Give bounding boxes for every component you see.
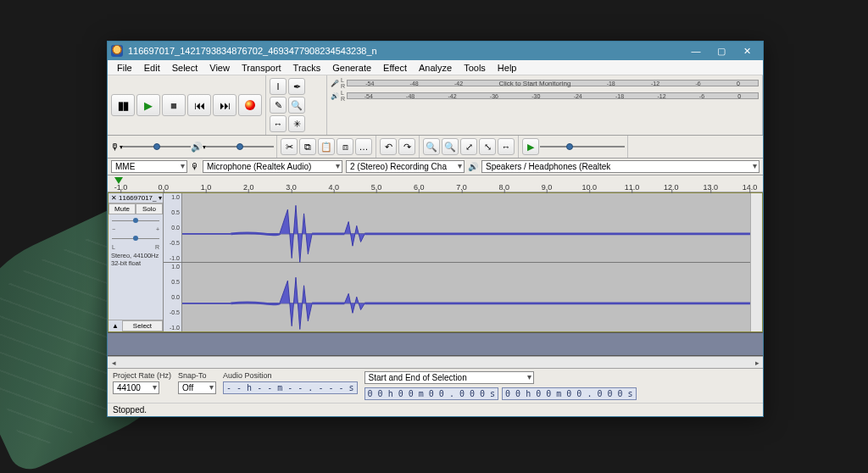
menu-transport[interactable]: Transport [236,62,287,74]
record-meter[interactable]: 🎤LR -54-48-42 Click to Start Monitoring … [327,75,763,135]
play-speed-slider[interactable] [540,141,625,153]
track-close-button[interactable]: ✕ [109,194,119,202]
track-menu-button[interactable]: ▾ [159,194,162,202]
audio-position-field[interactable]: - - h - - m - - . - - - s [223,381,358,394]
rec-volume-slider[interactable] [123,141,191,153]
tools-toolbar: I ✒ ✎ 🔍 ↔ ✳ [266,75,327,135]
menu-file[interactable]: File [111,62,138,74]
track-select-button[interactable]: Select [122,320,163,331]
timeline-ruler[interactable]: -1.00.01.02.03.04.05.06.07.08.09.010.011… [108,175,763,192]
waveform-display[interactable]: 1.00.50.0-0.5-1.0 1.00.50.0-0.5-1.0 [164,193,750,331]
menu-analyze[interactable]: Analyze [413,62,458,74]
snap-to-label: Snap-To [178,371,216,380]
snap-to-combo[interactable]: Off [178,381,216,394]
paste-button[interactable]: 📋 [318,138,335,155]
timeline-tick: 1.0 [201,183,212,192]
track-format-info: Stereo, 44100Hz32-bit float [108,250,163,269]
play-meter-scale[interactable]: -54-48-42-36-30-24-18-12-60 [347,92,759,99]
rec-meter-scale[interactable]: -54-48-42 Click to Start Monitoring -18-… [347,80,759,86]
timeline-tick: 6.0 [414,183,425,192]
amplitude-scale: 1.00.50.0-0.5-1.0 [164,263,182,331]
menubar: File Edit Select View Transport Tracks G… [108,60,763,75]
selection-tool[interactable]: I [270,78,287,95]
vertical-scrollbar[interactable] [750,193,762,331]
zoom-tool[interactable]: 🔍 [288,97,305,114]
audacity-window: 116697017_1421793834876702_4693477908234… [107,41,764,417]
channel-right[interactable]: 1.00.50.0-0.5-1.0 [164,263,750,331]
mixer-toolbar: 🎙▾ 🔊▾ [108,136,277,158]
mic-icon: 🎤 [331,80,339,87]
selection-mode-combo[interactable]: Start and End of Selection [364,371,534,384]
silence-button[interactable]: … [355,138,372,155]
toolbar-row-2: 🎙▾ 🔊▾ ✂ ⧉ 📋 ⧈ … ↶ ↷ 🔍 🔍 ⤢ ⤡ ↔ ▶ [108,136,763,159]
playatspeed-toolbar: ▶ [519,136,628,158]
selection-end-field[interactable]: 0 0 h 0 0 m 0 0 . 0 0 0 s [502,387,637,400]
record-button[interactable] [238,94,262,116]
pause-button[interactable]: ▮▮ [111,94,135,116]
trim-button[interactable]: ⧈ [337,138,353,155]
menu-select[interactable]: Select [166,62,204,74]
play-device-combo[interactable]: Speakers / Headphones (Realtek [481,160,760,173]
maximize-button[interactable]: ▢ [709,42,734,60]
channel-left[interactable]: 1.00.50.0-0.5-1.0 [164,193,750,263]
zoom-sel-button[interactable]: ⤢ [460,138,477,155]
menu-generate[interactable]: Generate [326,62,377,74]
timeline-tick: 4.0 [328,183,339,192]
solo-button[interactable]: Solo [136,203,163,214]
pan-slider[interactable] [112,234,159,242]
track-name[interactable]: 116697017_ [119,194,159,202]
menu-help[interactable]: Help [492,62,523,74]
zoom-toggle-button[interactable]: ↔ [498,138,515,155]
timeline-tick: 2.0 [243,183,254,192]
menu-view[interactable]: View [203,62,236,74]
project-rate-label: Project Rate (Hz) [113,371,171,380]
audio-host-combo[interactable]: MME [111,160,187,173]
copy-button[interactable]: ⧉ [299,138,316,155]
mute-button[interactable]: Mute [108,203,136,214]
titlebar[interactable]: 116697017_1421793834876702_4693477908234… [108,42,763,60]
empty-track-area[interactable] [108,332,763,356]
redo-button[interactable]: ↷ [398,138,415,155]
zoom-fit-button[interactable]: ⤡ [479,138,496,155]
skip-start-button[interactable]: ⏮ [187,94,211,116]
timeline-tick: 9.0 [542,183,553,192]
play-button[interactable]: ▶ [136,94,160,116]
selection-toolbar: Project Rate (Hz) 44100 Snap-To Off Audi… [108,368,763,416]
track-control-panel: ✕ 116697017_ ▾ Mute Solo −+ LR Stereo, 4… [108,193,164,331]
undo-button[interactable]: ↶ [380,138,397,155]
stop-button[interactable]: ■ [162,94,186,116]
rec-channels-combo[interactable]: 2 (Stereo) Recording Cha [346,160,465,173]
amplitude-scale: 1.00.50.0-0.5-1.0 [164,193,182,262]
menu-effect[interactable]: Effect [377,62,413,74]
zoom-out-button[interactable]: 🔍 [442,138,459,155]
collapse-button[interactable]: ▲ [108,322,122,330]
scroll-left-button[interactable]: ◂ [109,359,118,367]
cut-button[interactable]: ✂ [281,138,298,155]
play-volume-slider[interactable] [206,141,274,153]
menu-tools[interactable]: Tools [458,62,492,74]
scroll-right-button[interactable]: ▸ [753,359,761,367]
timeline-tick: 14.0 [743,183,758,192]
project-rate-combo[interactable]: 44100 [113,381,159,394]
timeline-tick: 11.0 [625,183,640,192]
skip-end-button[interactable]: ⏭ [213,94,236,116]
draw-tool[interactable]: ✎ [270,97,287,114]
menu-edit[interactable]: Edit [138,62,166,74]
horizontal-scrollbar[interactable]: ◂ ▸ [108,356,763,368]
toolbar-row-1: ▮▮ ▶ ■ ⏮ ⏭ I ✒ ✎ 🔍 ↔ ✳ 🎤LR -54-48-42 Cli… [108,75,763,136]
speaker-icon: 🔊 [191,142,203,153]
multi-tool[interactable]: ✳ [288,115,305,132]
zoom-in-button[interactable]: 🔍 [423,138,440,155]
rec-device-combo[interactable]: Microphone (Realtek Audio) [203,160,342,173]
minimize-button[interactable]: — [683,42,709,60]
window-title: 116697017_1421793834876702_4693477908234… [128,46,683,56]
selection-start-field[interactable]: 0 0 h 0 0 m 0 0 . 0 0 0 s [364,387,499,400]
gain-slider[interactable] [112,216,159,225]
timeshift-tool[interactable]: ↔ [270,115,287,132]
close-button[interactable]: ✕ [734,42,760,60]
play-at-speed-button[interactable]: ▶ [522,138,539,155]
device-toolbar: MME 🎙 Microphone (Realtek Audio) 2 (Ster… [108,159,763,175]
envelope-tool[interactable]: ✒ [288,78,305,95]
timeline-tick: 10.0 [581,183,597,192]
menu-tracks[interactable]: Tracks [287,62,327,74]
